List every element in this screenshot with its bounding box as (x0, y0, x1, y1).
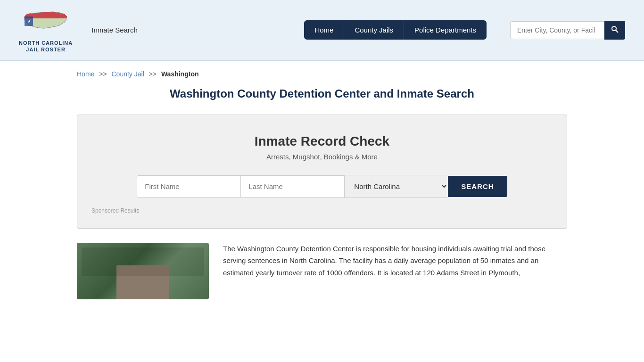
header-search-input[interactable] (510, 21, 604, 39)
inmate-search-form: North Carolina Alabama Alaska Arizona Ca… (91, 175, 553, 198)
breadcrumb: Home >> County Jail >> Washington (77, 70, 567, 78)
breadcrumb-current: Washington (161, 70, 199, 78)
site-logo[interactable]: ★ NORTH CAROLINA JAIL ROSTER (19, 7, 73, 53)
svg-point-3 (612, 26, 616, 31)
site-header: ★ NORTH CAROLINA JAIL ROSTER Inmate Sear… (0, 0, 644, 61)
bottom-section: The Washington County Detention Center i… (77, 243, 567, 299)
breadcrumb-sep2: >> (149, 70, 157, 78)
nav-home[interactable]: Home (304, 20, 344, 40)
svg-line-4 (616, 30, 618, 33)
record-check-subtitle: Arrests, Mugshot, Bookings & More (91, 153, 553, 161)
page-title: Washington County Detention Center and I… (77, 87, 567, 100)
breadcrumb-county-jail[interactable]: County Jail (112, 70, 144, 78)
last-name-input[interactable] (240, 175, 344, 197)
nc-state-logo: ★ (20, 7, 72, 38)
nav-police-departments[interactable]: Police Departments (404, 20, 487, 40)
record-check-box: Inmate Record Check Arrests, Mugshot, Bo… (77, 115, 567, 229)
first-name-input[interactable] (137, 175, 240, 197)
facility-image (77, 243, 209, 299)
record-check-title: Inmate Record Check (91, 134, 553, 149)
header-search-button[interactable] (604, 21, 625, 40)
record-search-button[interactable]: SEARCH (448, 176, 507, 197)
breadcrumb-sep1: >> (99, 70, 107, 78)
main-content: Home >> County Jail >> Washington Washin… (63, 61, 581, 309)
breadcrumb-home[interactable]: Home (77, 70, 94, 78)
svg-text:★: ★ (27, 19, 31, 24)
header-search (510, 21, 625, 40)
search-icon (611, 25, 619, 33)
main-nav: Home County Jails Police Departments (304, 20, 487, 40)
sponsored-results-label: Sponsored Results (91, 207, 553, 214)
inmate-search-link[interactable]: Inmate Search (91, 26, 138, 34)
facility-description: The Washington County Detention Center i… (223, 243, 567, 279)
state-select[interactable]: North Carolina Alabama Alaska Arizona Ca… (344, 175, 448, 198)
nav-county-jails[interactable]: County Jails (344, 20, 404, 40)
logo-text: NORTH CAROLINA JAIL ROSTER (19, 40, 73, 53)
